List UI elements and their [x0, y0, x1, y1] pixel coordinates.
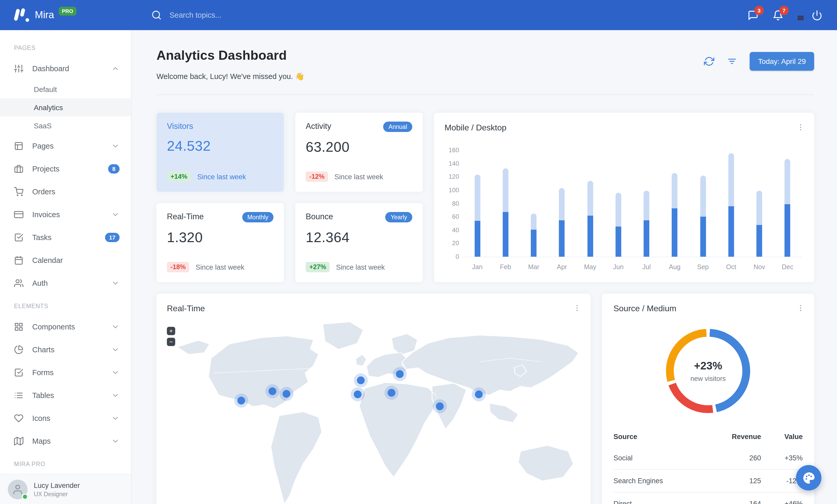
- sidebar-item-orders[interactable]: Orders: [0, 180, 131, 203]
- map-marker[interactable]: [268, 387, 276, 395]
- kebab-icon: [573, 304, 581, 312]
- mobile-segment: [756, 225, 762, 257]
- sidebar-item-forms[interactable]: Forms: [0, 361, 131, 384]
- map-marker[interactable]: [283, 390, 290, 398]
- stat-card-value: 1.320: [167, 230, 273, 246]
- sidebar-item-label: Tasks: [32, 233, 105, 242]
- map-marker[interactable]: [396, 370, 404, 378]
- map-marker[interactable]: [237, 397, 245, 405]
- kebab-icon: [797, 123, 805, 131]
- period-pill[interactable]: Annual: [383, 122, 412, 132]
- notifications-button[interactable]: 7: [772, 10, 783, 20]
- desktop-segment: [531, 213, 536, 229]
- x-tick-label: Apr: [548, 263, 576, 271]
- bar-column-dec[interactable]: [773, 150, 802, 257]
- cell-value: +46%: [761, 492, 803, 504]
- source-donut-chart[interactable]: +23% new visitors: [666, 329, 750, 413]
- sidebar-item-label: Projects: [32, 165, 108, 173]
- refresh-button[interactable]: [704, 56, 714, 67]
- sidebar-item-components[interactable]: Components: [0, 315, 131, 338]
- map-zoom-in-button[interactable]: +: [167, 327, 175, 335]
- palette-icon: [802, 471, 815, 485]
- sidebar: PAGESDashboardDefaultAnalyticsSaaSPagesP…: [0, 30, 131, 504]
- sidebar-item-maps[interactable]: Maps: [0, 430, 131, 452]
- bar-column-aug[interactable]: [661, 150, 689, 257]
- donut-center-value: +23%: [694, 359, 723, 372]
- bar-column-jun[interactable]: [604, 150, 633, 257]
- bar-column-feb[interactable]: [492, 150, 520, 257]
- sidebar-item-tables[interactable]: Tables: [0, 384, 131, 407]
- sidebar-user-card[interactable]: Lucy Lavender UX Designer: [0, 474, 131, 504]
- desktop-segment: [587, 181, 593, 216]
- sidebar-section-label: PAGES: [0, 45, 131, 57]
- bar-column-apr[interactable]: [548, 150, 576, 257]
- brand-name: Mira: [35, 8, 54, 22]
- map-marker[interactable]: [354, 390, 361, 398]
- map-menu-button[interactable]: [571, 302, 583, 314]
- stat-card-value: 63.200: [306, 139, 412, 155]
- mobile-segment: [672, 208, 678, 257]
- bar-column-sep[interactable]: [689, 150, 717, 257]
- chart-x-axis: JanFebMarAprMayJunJulAugSepOctNovDec: [463, 263, 802, 271]
- sidebar-item-pages[interactable]: Pages: [0, 135, 131, 157]
- map-marker[interactable]: [475, 390, 483, 398]
- pie-chart-icon: [14, 345, 23, 354]
- bar-column-may[interactable]: [576, 150, 604, 257]
- bar-column-mar[interactable]: [520, 150, 548, 257]
- stat-card-visitors: Visitors24.532+14%Since last week: [157, 113, 284, 192]
- list-icon: [14, 391, 23, 400]
- sidebar-subitem-analytics[interactable]: Analytics: [0, 98, 131, 116]
- mobile-segment: [616, 227, 621, 257]
- mobile-segment: [587, 216, 593, 257]
- period-pill[interactable]: Monthly: [242, 212, 273, 222]
- sidebar-item-label: Charts: [32, 346, 111, 354]
- period-pill[interactable]: Yearly: [386, 212, 412, 222]
- sidebar-item-calendar[interactable]: Calendar: [0, 249, 131, 272]
- calendar-icon: [14, 256, 23, 265]
- search-input[interactable]: [168, 11, 337, 20]
- sidebar-item-invoices[interactable]: Invoices: [0, 203, 131, 226]
- page-title: Analytics Dashboard: [157, 48, 304, 63]
- brand[interactable]: Mira PRO: [0, 8, 131, 22]
- person-icon: [12, 484, 23, 495]
- chevron-down-icon: [111, 142, 120, 150]
- map-title: Real-Time: [157, 304, 591, 313]
- bar-column-nov[interactable]: [745, 150, 773, 257]
- map-marker[interactable]: [357, 376, 365, 384]
- user-role: UX Designer: [34, 491, 80, 497]
- world-map-shapes: [157, 317, 591, 504]
- sidebar-subitem-default[interactable]: Default: [0, 80, 131, 98]
- sidebar-item-icons[interactable]: Icons: [0, 407, 131, 430]
- map-marker[interactable]: [388, 389, 395, 397]
- chevron-down-icon: [111, 414, 120, 423]
- sidebar-item-charts[interactable]: Charts: [0, 338, 131, 361]
- bar-column-oct[interactable]: [717, 150, 746, 257]
- sidebar-item-projects[interactable]: Projects8: [0, 157, 131, 180]
- stat-card-note: Since last week: [195, 263, 244, 271]
- sidebar-item-dashboard[interactable]: Dashboard: [0, 57, 131, 80]
- messages-button[interactable]: 3: [748, 10, 759, 20]
- sign-out-button[interactable]: [812, 10, 822, 20]
- sidebar-item-auth[interactable]: Auth: [0, 272, 131, 295]
- map-marker[interactable]: [436, 403, 444, 410]
- donut-center: +23% new visitors: [666, 329, 750, 413]
- bar-column-jul[interactable]: [633, 150, 661, 257]
- search-bar[interactable]: [151, 10, 748, 20]
- map-zoom-out-button[interactable]: −: [167, 338, 175, 346]
- sidebar-item-tasks[interactable]: Tasks17: [0, 226, 131, 249]
- sidebar-subitem-saas[interactable]: SaaS: [0, 116, 131, 135]
- chart-title: Mobile / Desktop: [445, 123, 802, 132]
- chevron-down-icon: [111, 279, 120, 287]
- stat-cards: Visitors24.532+14%Since last weekActivit…: [157, 113, 423, 282]
- theme-settings-fab[interactable]: [796, 465, 821, 490]
- today-date-button[interactable]: Today: April 29: [750, 52, 814, 71]
- chart-menu-button[interactable]: [795, 121, 807, 133]
- mobile-segment: [559, 220, 565, 257]
- pro-badge: PRO: [59, 7, 76, 16]
- chevron-down-icon: [111, 437, 120, 445]
- cell-source: Direct: [613, 492, 700, 504]
- source-menu-button[interactable]: [795, 302, 807, 314]
- bar-column-jan[interactable]: [463, 150, 492, 257]
- filter-button[interactable]: [727, 56, 737, 67]
- world-map[interactable]: + −: [157, 317, 591, 504]
